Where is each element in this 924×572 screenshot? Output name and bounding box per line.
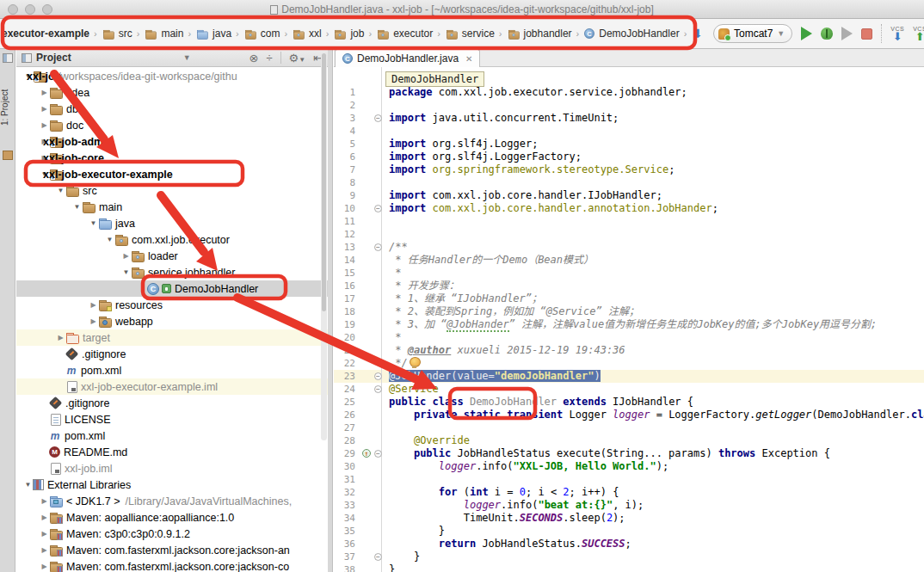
class-icon: C — [584, 28, 594, 39]
breadcrumb-item-executor-example[interactable]: executor-example — [2, 28, 89, 40]
project-panel-header: Project ▼ ⊗ ÷ ⚙▼ ⇤ — [16, 49, 328, 67]
line-number: 25 — [334, 396, 381, 409]
navigate-down-icon[interactable]: ⬇ — [693, 27, 701, 40]
tree-item-license[interactable]: LICENSE — [16, 411, 328, 427]
tree-item-xxl-job-admin[interactable]: ▶xxl-job-admin — [16, 133, 328, 150]
line-number: 24− — [334, 383, 381, 396]
toolbar-separator — [881, 24, 882, 43]
stop-button[interactable] — [861, 28, 872, 40]
tree-item-db[interactable]: ▶db — [16, 101, 328, 117]
tree-item-main[interactable]: ▼main — [16, 199, 328, 215]
tree-item--jdk1-7-[interactable]: ▶< JDK1.7 >/Library/Java/JavaVirtualMach… — [16, 493, 328, 509]
tree-item-webapp[interactable]: ▶webapp — [16, 313, 328, 329]
panel-splitter[interactable] — [328, 49, 333, 572]
debug-button[interactable] — [821, 28, 833, 40]
breadcrumb-item-jobhandler[interactable]: jobhandler — [507, 28, 572, 40]
lib-icon — [33, 479, 44, 490]
collapse-icon[interactable]: ÷ — [266, 52, 272, 65]
fold-marker-icon[interactable]: − — [374, 114, 382, 122]
file-icon — [51, 414, 61, 426]
breadcrumb-item-demojobhandler[interactable]: CDemoJobHandler — [583, 28, 679, 40]
fold-marker-icon[interactable]: − — [374, 553, 382, 561]
tree-item-resources[interactable]: ▶resources — [16, 297, 328, 313]
intention-bulb-icon[interactable] — [410, 357, 419, 368]
breadcrumb-item-executor[interactable]: executor — [376, 28, 433, 40]
chevron-down-icon[interactable]: ▼ — [183, 53, 191, 62]
folder-blue-icon — [98, 217, 112, 230]
line-number: 6 — [334, 151, 381, 163]
code-line-34: TimeUnit.SECONDS.sleep(2); — [382, 512, 924, 525]
breadcrumb-item-main[interactable]: main — [144, 28, 183, 40]
tree-item-maven-aopalliance-aopalliance-1-0[interactable]: ▶Maven: aopalliance:aopalliance:1.0 — [16, 509, 328, 526]
breadcrumb-chevron-icon: › — [368, 28, 372, 39]
tree-item-xxl-job[interactable]: ▼xxl-job~/workspaces/idea-git-workspace/… — [16, 68, 328, 84]
close-icon[interactable]: ✕ — [465, 54, 472, 64]
mavenlib-icon — [49, 527, 63, 540]
tree-item--idea[interactable]: ▶.idea — [16, 84, 328, 101]
override-method-icon[interactable]: ↑ — [362, 449, 371, 458]
line-number: 34 — [334, 512, 381, 525]
editor-body[interactable]: 123−45678910−111213−14151617181920212223… — [334, 67, 924, 572]
title-bar: DemoJobHandler.java - xxl-job - [~/works… — [0, 0, 924, 19]
run-toolbar: Tomcat7 ▼ VCS⬇ VCS⬆ — [713, 24, 924, 43]
fold-marker-icon[interactable]: − — [374, 385, 382, 393]
package-icon — [293, 28, 305, 40]
tree-item-maven-com-fasterxml-jackson-core-jackson-an[interactable]: ▶Maven: com.fasterxml.jackson.core:jacks… — [16, 542, 328, 558]
breadcrumb-item-job[interactable]: job — [333, 28, 364, 40]
line-number: 9 — [334, 189, 381, 202]
tree-item-com-xxl-job-executor[interactable]: ▼com.xxl.job.executor — [16, 231, 328, 248]
fold-marker-icon[interactable]: − — [374, 372, 382, 380]
code-line-7: import org.springframework.stereotype.Se… — [382, 163, 924, 176]
line-number: 7 — [334, 163, 381, 176]
tree-item-label: External Libraries — [47, 479, 131, 491]
tree-item-java[interactable]: ▼java — [16, 215, 328, 231]
tree-item-external-libraries[interactable]: ▼External Libraries — [16, 477, 328, 493]
breadcrumb-item-src[interactable]: src — [102, 28, 132, 40]
project-toolwindow-label[interactable]: 1: Project — [0, 68, 15, 147]
fold-marker-icon[interactable]: − — [374, 243, 382, 251]
run-configuration-label: Tomcat7 — [734, 28, 773, 40]
class-icon: C — [342, 53, 353, 64]
tree-item-xxl-job-core[interactable]: ▶xxl-job-core — [16, 150, 328, 166]
tree-item--gitignore[interactable]: .gitignore — [16, 395, 328, 411]
tree-item-label: doc — [66, 120, 83, 132]
fold-marker-icon[interactable]: − — [374, 205, 382, 212]
tree-item-maven-c3p0-c3p0-0-9-1-2[interactable]: ▶Maven: c3p0:c3p0:0.9.1.2 — [16, 526, 328, 542]
tree-item-service-jobhandler[interactable]: ▼service.jobhandler — [16, 264, 328, 280]
tree-item-pom-xml[interactable]: mpom.xml — [16, 427, 328, 444]
breadcrumb-item-xxl[interactable]: xxl — [292, 28, 322, 40]
tree-item-label: xxl-job-executor-example.iml — [81, 381, 218, 393]
code-area[interactable]: package com.xxl.job.executor.service.job… — [382, 67, 924, 572]
tree-item-readme-md[interactable]: MREADME.md — [16, 444, 328, 460]
tree-item-src[interactable]: ▼src — [16, 182, 328, 199]
vcs-update-button[interactable]: VCS⬇ — [890, 26, 904, 42]
tab-demojobhandler[interactable]: C DemoJobHandler.java ✕ — [335, 49, 480, 67]
gear-icon[interactable]: ⚙▼ — [289, 52, 306, 65]
tree-item-xxl-job-iml[interactable]: xxl-job.iml — [16, 460, 328, 477]
breadcrumb-item-java[interactable]: java — [195, 28, 231, 40]
run-configuration-select[interactable]: Tomcat7 ▼ — [713, 24, 792, 43]
arrow-up-icon: ⬆ — [915, 31, 924, 42]
tree-item-pom-xml[interactable]: mpom.xml — [16, 362, 328, 378]
coverage-button[interactable] — [841, 27, 853, 40]
favorites-toolwindow-icon[interactable] — [3, 151, 13, 160]
tree-item-demojobhandler[interactable]: CDemoJobHandler — [16, 280, 328, 297]
breadcrumb-item-service[interactable]: service — [445, 28, 495, 40]
breadcrumb-item-com[interactable]: com — [243, 28, 280, 40]
tree-item-doc[interactable]: ▶doc — [16, 117, 328, 133]
tree-item-maven-com-fasterxml-jackson-core-jackson-co[interactable]: ▶Maven: com.fasterxml.jackson.core:jacks… — [16, 558, 328, 572]
vcs-commit-button[interactable]: VCS⬆ — [913, 26, 924, 42]
tree-item-path: /Library/Java/JavaVirtualMachines, — [126, 495, 293, 507]
tree-item-target[interactable]: ▶target — [16, 329, 328, 346]
tree-item-xxl-job-executor-example-iml[interactable]: xxl-job-executor-example.iml — [16, 378, 328, 395]
locate-icon[interactable]: ⊗ — [249, 52, 258, 65]
run-button[interactable] — [801, 27, 812, 40]
chevron-expanded-icon: ▼ — [121, 268, 131, 276]
tree-item-xxl-job-executor-example[interactable]: ▼xxl-job-executor-example — [16, 166, 328, 182]
tree-scrollbar[interactable] — [321, 53, 327, 440]
tree-item--gitignore[interactable]: .gitignore — [16, 346, 328, 362]
fold-marker-icon[interactable]: − — [374, 450, 382, 458]
mavenlib-icon — [49, 560, 63, 572]
project-toolwindow-icon[interactable] — [3, 53, 13, 63]
tree-item-loader[interactable]: ▶loader — [16, 248, 328, 264]
